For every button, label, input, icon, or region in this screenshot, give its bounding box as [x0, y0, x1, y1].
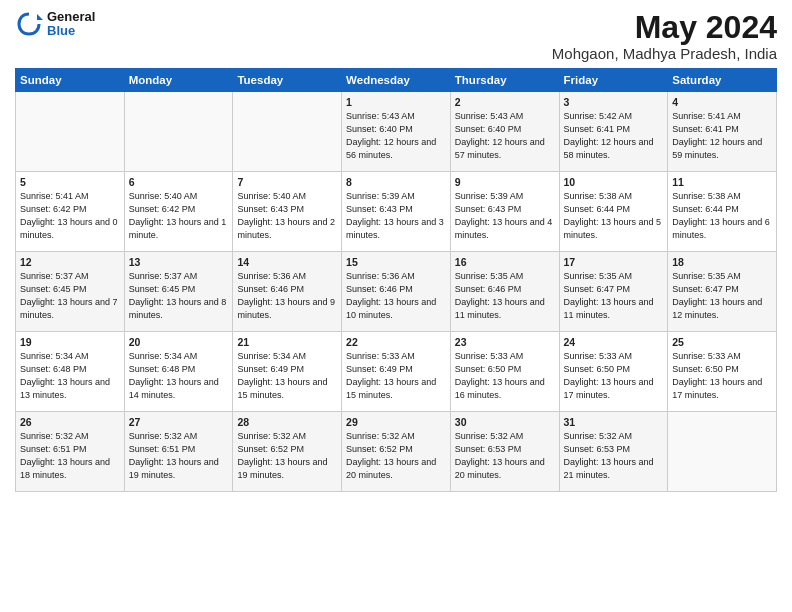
header-wednesday: Wednesday — [342, 69, 451, 92]
day-number: 2 — [455, 96, 555, 108]
table-row: 5Sunrise: 5:41 AM Sunset: 6:42 PM Daylig… — [16, 172, 125, 252]
table-row: 23Sunrise: 5:33 AM Sunset: 6:50 PM Dayli… — [450, 332, 559, 412]
day-info: Sunrise: 5:43 AM Sunset: 6:40 PM Dayligh… — [346, 110, 446, 162]
table-row: 29Sunrise: 5:32 AM Sunset: 6:52 PM Dayli… — [342, 412, 451, 492]
day-info: Sunrise: 5:41 AM Sunset: 6:41 PM Dayligh… — [672, 110, 772, 162]
day-number: 17 — [564, 256, 664, 268]
day-info: Sunrise: 5:38 AM Sunset: 6:44 PM Dayligh… — [672, 190, 772, 242]
table-row: 11Sunrise: 5:38 AM Sunset: 6:44 PM Dayli… — [668, 172, 777, 252]
day-info: Sunrise: 5:33 AM Sunset: 6:50 PM Dayligh… — [564, 350, 664, 402]
location-text: Mohgaon, Madhya Pradesh, India — [552, 45, 777, 62]
header-tuesday: Tuesday — [233, 69, 342, 92]
table-row — [233, 92, 342, 172]
day-number: 26 — [20, 416, 120, 428]
table-row: 19Sunrise: 5:34 AM Sunset: 6:48 PM Dayli… — [16, 332, 125, 412]
day-number: 29 — [346, 416, 446, 428]
day-info: Sunrise: 5:37 AM Sunset: 6:45 PM Dayligh… — [129, 270, 229, 322]
day-number: 28 — [237, 416, 337, 428]
day-number: 30 — [455, 416, 555, 428]
logo-icon — [15, 10, 43, 38]
day-info: Sunrise: 5:32 AM Sunset: 6:52 PM Dayligh… — [237, 430, 337, 482]
header-monday: Monday — [124, 69, 233, 92]
day-info: Sunrise: 5:42 AM Sunset: 6:41 PM Dayligh… — [564, 110, 664, 162]
table-row: 21Sunrise: 5:34 AM Sunset: 6:49 PM Dayli… — [233, 332, 342, 412]
table-row: 4Sunrise: 5:41 AM Sunset: 6:41 PM Daylig… — [668, 92, 777, 172]
table-row — [16, 92, 125, 172]
day-info: Sunrise: 5:35 AM Sunset: 6:46 PM Dayligh… — [455, 270, 555, 322]
day-info: Sunrise: 5:33 AM Sunset: 6:49 PM Dayligh… — [346, 350, 446, 402]
day-number: 19 — [20, 336, 120, 348]
day-info: Sunrise: 5:43 AM Sunset: 6:40 PM Dayligh… — [455, 110, 555, 162]
day-number: 1 — [346, 96, 446, 108]
day-number: 25 — [672, 336, 772, 348]
day-info: Sunrise: 5:37 AM Sunset: 6:45 PM Dayligh… — [20, 270, 120, 322]
day-info: Sunrise: 5:32 AM Sunset: 6:52 PM Dayligh… — [346, 430, 446, 482]
table-row: 1Sunrise: 5:43 AM Sunset: 6:40 PM Daylig… — [342, 92, 451, 172]
table-row: 15Sunrise: 5:36 AM Sunset: 6:46 PM Dayli… — [342, 252, 451, 332]
table-row: 24Sunrise: 5:33 AM Sunset: 6:50 PM Dayli… — [559, 332, 668, 412]
day-info: Sunrise: 5:32 AM Sunset: 6:51 PM Dayligh… — [129, 430, 229, 482]
table-row: 16Sunrise: 5:35 AM Sunset: 6:46 PM Dayli… — [450, 252, 559, 332]
table-row — [124, 92, 233, 172]
day-number: 11 — [672, 176, 772, 188]
day-number: 10 — [564, 176, 664, 188]
table-row: 22Sunrise: 5:33 AM Sunset: 6:49 PM Dayli… — [342, 332, 451, 412]
day-info: Sunrise: 5:36 AM Sunset: 6:46 PM Dayligh… — [237, 270, 337, 322]
day-number: 8 — [346, 176, 446, 188]
day-number: 14 — [237, 256, 337, 268]
calendar-week-row: 26Sunrise: 5:32 AM Sunset: 6:51 PM Dayli… — [16, 412, 777, 492]
calendar-week-row: 19Sunrise: 5:34 AM Sunset: 6:48 PM Dayli… — [16, 332, 777, 412]
header-sunday: Sunday — [16, 69, 125, 92]
day-number: 7 — [237, 176, 337, 188]
table-row: 7Sunrise: 5:40 AM Sunset: 6:43 PM Daylig… — [233, 172, 342, 252]
day-number: 4 — [672, 96, 772, 108]
day-number: 22 — [346, 336, 446, 348]
day-info: Sunrise: 5:38 AM Sunset: 6:44 PM Dayligh… — [564, 190, 664, 242]
table-row: 25Sunrise: 5:33 AM Sunset: 6:50 PM Dayli… — [668, 332, 777, 412]
table-row: 10Sunrise: 5:38 AM Sunset: 6:44 PM Dayli… — [559, 172, 668, 252]
day-number: 23 — [455, 336, 555, 348]
calendar-week-row: 1Sunrise: 5:43 AM Sunset: 6:40 PM Daylig… — [16, 92, 777, 172]
header-thursday: Thursday — [450, 69, 559, 92]
table-row: 31Sunrise: 5:32 AM Sunset: 6:53 PM Dayli… — [559, 412, 668, 492]
day-number: 6 — [129, 176, 229, 188]
day-info: Sunrise: 5:35 AM Sunset: 6:47 PM Dayligh… — [564, 270, 664, 322]
logo-text: General Blue — [47, 10, 95, 39]
day-number: 21 — [237, 336, 337, 348]
day-info: Sunrise: 5:39 AM Sunset: 6:43 PM Dayligh… — [455, 190, 555, 242]
day-number: 31 — [564, 416, 664, 428]
day-info: Sunrise: 5:40 AM Sunset: 6:42 PM Dayligh… — [129, 190, 229, 242]
page: General Blue May 2024 Mohgaon, Madhya Pr… — [0, 0, 792, 502]
day-number: 16 — [455, 256, 555, 268]
table-row: 3Sunrise: 5:42 AM Sunset: 6:41 PM Daylig… — [559, 92, 668, 172]
header: General Blue May 2024 Mohgaon, Madhya Pr… — [15, 10, 777, 62]
day-number: 24 — [564, 336, 664, 348]
table-row: 6Sunrise: 5:40 AM Sunset: 6:42 PM Daylig… — [124, 172, 233, 252]
day-info: Sunrise: 5:35 AM Sunset: 6:47 PM Dayligh… — [672, 270, 772, 322]
calendar-header-row: Sunday Monday Tuesday Wednesday Thursday… — [16, 69, 777, 92]
logo: General Blue — [15, 10, 95, 39]
day-number: 5 — [20, 176, 120, 188]
day-info: Sunrise: 5:33 AM Sunset: 6:50 PM Dayligh… — [455, 350, 555, 402]
table-row: 27Sunrise: 5:32 AM Sunset: 6:51 PM Dayli… — [124, 412, 233, 492]
header-friday: Friday — [559, 69, 668, 92]
table-row: 30Sunrise: 5:32 AM Sunset: 6:53 PM Dayli… — [450, 412, 559, 492]
day-number: 18 — [672, 256, 772, 268]
table-row: 20Sunrise: 5:34 AM Sunset: 6:48 PM Dayli… — [124, 332, 233, 412]
calendar-table: Sunday Monday Tuesday Wednesday Thursday… — [15, 68, 777, 492]
day-info: Sunrise: 5:41 AM Sunset: 6:42 PM Dayligh… — [20, 190, 120, 242]
table-row: 9Sunrise: 5:39 AM Sunset: 6:43 PM Daylig… — [450, 172, 559, 252]
day-info: Sunrise: 5:32 AM Sunset: 6:51 PM Dayligh… — [20, 430, 120, 482]
day-info: Sunrise: 5:34 AM Sunset: 6:48 PM Dayligh… — [20, 350, 120, 402]
table-row: 12Sunrise: 5:37 AM Sunset: 6:45 PM Dayli… — [16, 252, 125, 332]
table-row: 14Sunrise: 5:36 AM Sunset: 6:46 PM Dayli… — [233, 252, 342, 332]
title-block: May 2024 Mohgaon, Madhya Pradesh, India — [552, 10, 777, 62]
day-info: Sunrise: 5:36 AM Sunset: 6:46 PM Dayligh… — [346, 270, 446, 322]
table-row: 2Sunrise: 5:43 AM Sunset: 6:40 PM Daylig… — [450, 92, 559, 172]
day-info: Sunrise: 5:32 AM Sunset: 6:53 PM Dayligh… — [564, 430, 664, 482]
day-info: Sunrise: 5:33 AM Sunset: 6:50 PM Dayligh… — [672, 350, 772, 402]
svg-marker-0 — [37, 14, 43, 20]
day-number: 13 — [129, 256, 229, 268]
calendar-week-row: 5Sunrise: 5:41 AM Sunset: 6:42 PM Daylig… — [16, 172, 777, 252]
day-number: 15 — [346, 256, 446, 268]
